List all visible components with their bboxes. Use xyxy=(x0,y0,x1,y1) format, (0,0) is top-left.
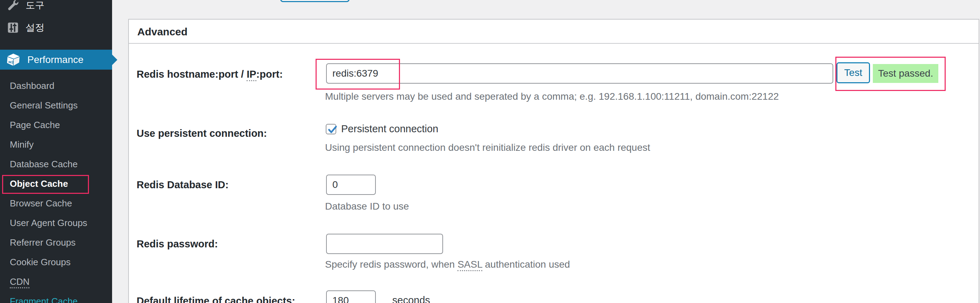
persistent-connection-label: Use persistent connection: xyxy=(137,127,319,140)
redis-database-id-input[interactable] xyxy=(326,175,376,195)
persistent-connection-description: Using persistent connection doesn't rein… xyxy=(325,141,650,154)
sidebar-item-page-cache[interactable]: Page Cache xyxy=(0,115,112,135)
partial-button-top[interactable] xyxy=(280,0,350,2)
redis-database-id-description: Database ID to use xyxy=(325,200,409,213)
redis-password-input[interactable] xyxy=(326,234,443,254)
admin-sidebar: 도구 설정 w3 Performance Dashboard General S… xyxy=(0,0,112,303)
persistent-connection-checkbox[interactable] xyxy=(326,124,336,134)
redis-password-label: Redis password: xyxy=(137,238,319,250)
wrench-icon xyxy=(6,0,19,11)
sidebar-item-minify[interactable]: Minify xyxy=(0,135,112,154)
sasl-abbr: SASL xyxy=(457,259,482,271)
description-text: authentication used xyxy=(482,259,570,270)
sidebar-item-fragment-cache[interactable]: Fragment Cache xyxy=(0,292,112,303)
redis-password-description: Specify redis password, when SASL authen… xyxy=(325,258,570,271)
w3tc-logo-icon: w3 xyxy=(6,53,20,67)
test-button[interactable]: Test xyxy=(837,62,870,83)
sidebar-item-general-settings[interactable]: General Settings xyxy=(0,95,112,115)
label-text: Redis hostname:port / xyxy=(137,68,247,80)
sidebar-item-user-agent-groups[interactable]: User Agent Groups xyxy=(0,213,112,233)
sidebar-item-label: Performance xyxy=(27,54,83,65)
advanced-form: Redis hostname:port / IP:port: Test Test… xyxy=(129,44,978,303)
sidebar-item-referrer-groups[interactable]: Referrer Groups xyxy=(0,233,112,252)
sidebar-item-settings[interactable]: 설정 xyxy=(0,17,112,38)
cdn-abbr: CDN xyxy=(10,276,29,288)
current-menu-arrow-icon xyxy=(112,55,117,65)
redis-database-id-label: Redis Database ID: xyxy=(137,178,319,191)
sidebar-item-database-cache[interactable]: Database Cache xyxy=(0,154,112,174)
label-text: :port: xyxy=(256,68,283,80)
advanced-section: Advanced Redis hostname:port / IP:port: … xyxy=(128,19,979,303)
sidebar-item-cdn[interactable]: CDN xyxy=(0,272,112,292)
description-text: Specify redis password, when xyxy=(325,259,457,270)
sidebar-item-browser-cache[interactable]: Browser Cache xyxy=(0,194,112,213)
redis-hostname-label: Redis hostname:port / IP:port: xyxy=(137,68,319,81)
sidebar-item-performance[interactable]: w3 Performance xyxy=(0,50,112,70)
sidebar-item-label: 설정 xyxy=(25,21,45,34)
seconds-unit-label: seconds xyxy=(392,295,430,303)
sidebar-item-object-cache[interactable]: Object Cache xyxy=(0,174,112,194)
sliders-icon xyxy=(6,21,19,34)
default-lifetime-input[interactable] xyxy=(326,290,376,303)
ip-abbr: IP xyxy=(247,68,256,81)
default-lifetime-label: Default lifetime of cache objects: xyxy=(137,295,333,303)
sidebar-item-cookie-groups[interactable]: Cookie Groups xyxy=(0,252,112,272)
persistent-connection-checkbox-label[interactable]: Persistent connection xyxy=(341,123,438,135)
svg-text:w3: w3 xyxy=(8,59,14,64)
checkmark-icon xyxy=(327,124,338,135)
sidebar-item-tools[interactable]: 도구 xyxy=(0,0,112,16)
section-title: Advanced xyxy=(129,20,978,44)
redis-hostname-input[interactable] xyxy=(326,63,833,84)
content-area: Advanced Redis hostname:port / IP:port: … xyxy=(112,0,980,303)
performance-submenu: Dashboard General Settings Page Cache Mi… xyxy=(0,76,112,303)
sidebar-item-label: 도구 xyxy=(25,0,45,11)
test-passed-status: Test passed. xyxy=(873,64,938,83)
sidebar-item-dashboard[interactable]: Dashboard xyxy=(0,76,112,95)
redis-hostname-description: Multiple servers may be used and seperat… xyxy=(325,90,779,103)
